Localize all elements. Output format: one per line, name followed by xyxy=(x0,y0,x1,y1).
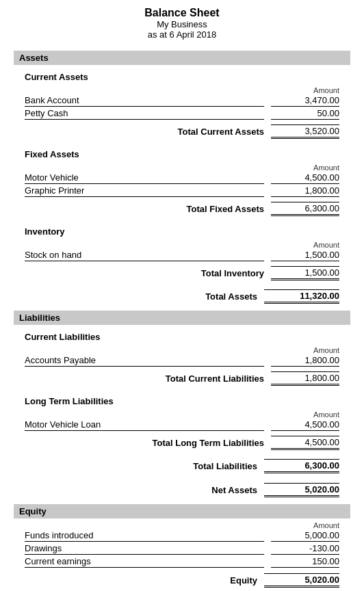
funds-introduced-amount: 5,000.00 xyxy=(271,530,339,542)
current-earnings-label: Current earnings xyxy=(25,556,264,568)
motor-vehicle-loan-label: Motor Vehicle Loan xyxy=(25,419,264,431)
liabilities-section-header: Liabilities xyxy=(14,311,350,325)
graphic-printer-label: Graphic Printer xyxy=(25,185,264,197)
accounts-payable-label: Accounts Payable xyxy=(25,355,264,367)
equity-amount-header: Amount xyxy=(14,521,350,529)
fixed-assets-amount-header: Amount xyxy=(14,163,350,172)
list-item: Stock on hand 1,500.00 xyxy=(14,249,350,262)
current-earnings-amount: 150.00 xyxy=(271,556,339,568)
report-date: as at 6 April 2018 xyxy=(14,29,350,40)
list-item: Accounts Payable 1,800.00 xyxy=(14,354,350,367)
page: Balance Sheet My Business as at 6 April … xyxy=(0,0,364,591)
assets-section-header: Assets xyxy=(14,51,350,65)
fixed-assets-header: Fixed Assets xyxy=(14,145,350,161)
net-assets-row: Net Assets 5,020.00 xyxy=(14,480,350,500)
long-term-liabilities-header: Long Term Liabilities xyxy=(14,392,350,408)
total-current-liabilities-row: Total Current Liabilities 1,800.00 xyxy=(14,369,350,388)
accounts-payable-amount: 1,800.00 xyxy=(271,355,339,367)
total-fixed-assets-row: Total Fixed Assets 6,300.00 xyxy=(14,200,350,218)
petty-cash-label: Petty Cash xyxy=(25,108,264,120)
total-inventory-row: Total Inventory 1,500.00 xyxy=(14,264,350,283)
list-item: Current earnings 150.00 xyxy=(14,555,350,568)
report-title: Balance Sheet xyxy=(14,7,350,19)
equity-section-header: Equity xyxy=(14,504,350,518)
motor-vehicle-amount: 4,500.00 xyxy=(271,172,339,184)
motor-vehicle-label: Motor Vehicle xyxy=(25,172,264,184)
stock-on-hand-amount: 1,500.00 xyxy=(271,250,339,261)
current-liabilities-amount-header: Amount xyxy=(14,346,350,354)
current-assets-amount-header: Amount xyxy=(14,86,350,94)
list-item: Motor Vehicle Loan 4,500.00 xyxy=(14,419,350,432)
total-long-term-liabilities-row: Total Long Term Liabilities 4,500.00 xyxy=(14,434,350,452)
long-term-liabilities-amount-header: Amount xyxy=(14,410,350,419)
graphic-printer-amount: 1,800.00 xyxy=(271,185,339,197)
drawings-label: Drawings xyxy=(25,543,264,555)
list-item: Funds introduced 5,000.00 xyxy=(14,529,350,542)
current-liabilities-header: Current Liabilities xyxy=(14,328,350,343)
report-header: Balance Sheet My Business as at 6 April … xyxy=(14,7,350,40)
business-name: My Business xyxy=(14,19,350,29)
list-item: Graphic Printer 1,800.00 xyxy=(14,185,350,198)
funds-introduced-label: Funds introduced xyxy=(25,530,264,542)
drawings-amount: -130.00 xyxy=(271,543,339,555)
list-item: Drawings -130.00 xyxy=(14,542,350,555)
total-assets-row: Total Assets 11,320.00 xyxy=(14,287,350,306)
inventory-amount-header: Amount xyxy=(14,241,350,249)
motor-vehicle-loan-amount: 4,500.00 xyxy=(271,419,339,431)
total-liabilities-row: Total Liabilities 6,300.00 xyxy=(14,456,350,476)
list-item: Motor Vehicle 4,500.00 xyxy=(14,172,350,185)
equity-total-row: Equity 5,020.00 xyxy=(14,570,350,590)
total-current-assets-row: Total Current Assets 3,520.00 xyxy=(14,122,350,141)
bank-account-label: Bank Account xyxy=(25,95,264,107)
list-item: Bank Account 3,470.00 xyxy=(14,94,350,107)
inventory-header: Inventory xyxy=(14,222,350,238)
list-item: Petty Cash 50.00 xyxy=(14,107,350,120)
bank-account-amount: 3,470.00 xyxy=(271,95,339,107)
current-assets-header: Current Assets xyxy=(14,68,350,83)
stock-on-hand-label: Stock on hand xyxy=(25,250,264,261)
petty-cash-amount: 50.00 xyxy=(271,108,339,120)
